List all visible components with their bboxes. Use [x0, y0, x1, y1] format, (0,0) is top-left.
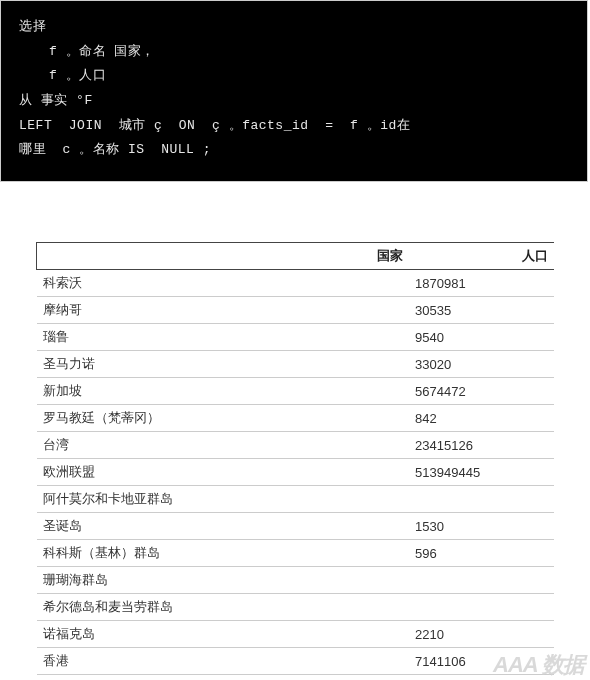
cell-country: 阿什莫尔和卡地亚群岛	[37, 486, 410, 513]
sql-code-block: 选择f 。命名 国家，f 。人口从 事实 °FLEFT JOIN 城市 ç ON…	[1, 1, 587, 181]
code-line: f 。命名 国家，	[19, 40, 569, 65]
result-table-area: 国家 人口 科索沃1870981摩纳哥30535瑙鲁9540圣马力诺33020新…	[0, 182, 590, 680]
cell-country: 珊瑚海群岛	[37, 567, 410, 594]
cell-population: 30535	[409, 297, 554, 324]
table-row: 珊瑚海群岛	[37, 567, 555, 594]
table-row: 希尔德岛和麦当劳群岛	[37, 594, 555, 621]
col-country: 国家	[37, 243, 410, 270]
table-row: 阿什莫尔和卡地亚群岛	[37, 486, 555, 513]
cell-country: 欧洲联盟	[37, 459, 410, 486]
table-row: 香港7141106	[37, 648, 555, 675]
cell-population: 5674472	[409, 378, 554, 405]
col-population: 人口	[409, 243, 554, 270]
cell-population: 513949445	[409, 459, 554, 486]
cell-population: 33020	[409, 351, 554, 378]
table-row: 摩纳哥30535	[37, 297, 555, 324]
table-row: 科科斯（基林）群岛596	[37, 540, 555, 567]
table-row: 澳门592731	[37, 675, 555, 680]
cell-population: 1870981	[409, 270, 554, 297]
code-line: 哪里 c 。名称 IS NULL ;	[19, 138, 569, 163]
code-line: LEFT JOIN 城市 ç ON ç 。facts_id = f 。id在	[19, 114, 569, 139]
table-row: 圣诞岛1530	[37, 513, 555, 540]
code-line: f 。人口	[19, 64, 569, 89]
code-line: 从 事实 °F	[19, 89, 569, 114]
cell-country: 澳门	[37, 675, 410, 680]
cell-country: 科科斯（基林）群岛	[37, 540, 410, 567]
cell-country: 摩纳哥	[37, 297, 410, 324]
code-line: 选择	[19, 15, 569, 40]
cell-country: 科索沃	[37, 270, 410, 297]
cell-population: 842	[409, 405, 554, 432]
cell-country: 瑙鲁	[37, 324, 410, 351]
table-row: 圣马力诺33020	[37, 351, 555, 378]
watermark: AAA 数据	[493, 650, 584, 680]
table-row: 科索沃1870981	[37, 270, 555, 297]
cell-country: 新加坡	[37, 378, 410, 405]
cell-population: 1530	[409, 513, 554, 540]
cell-country: 台湾	[37, 432, 410, 459]
cell-population: 23415126	[409, 432, 554, 459]
table-row: 诺福克岛2210	[37, 621, 555, 648]
cell-country: 希尔德岛和麦当劳群岛	[37, 594, 410, 621]
cell-country: 圣诞岛	[37, 513, 410, 540]
table-row: 瑙鲁9540	[37, 324, 555, 351]
table-row: 台湾23415126	[37, 432, 555, 459]
cell-country: 圣马力诺	[37, 351, 410, 378]
table-body: 科索沃1870981摩纳哥30535瑙鲁9540圣马力诺33020新加坡5674…	[37, 270, 555, 680]
table-row: 新加坡5674472	[37, 378, 555, 405]
table-row: 欧洲联盟513949445	[37, 459, 555, 486]
table-row: 罗马教廷（梵蒂冈）842	[37, 405, 555, 432]
cell-population: 2210	[409, 621, 554, 648]
cell-population	[409, 567, 554, 594]
result-table: 国家 人口 科索沃1870981摩纳哥30535瑙鲁9540圣马力诺33020新…	[36, 242, 554, 680]
cell-population: 596	[409, 540, 554, 567]
cell-population	[409, 594, 554, 621]
cell-population: 9540	[409, 324, 554, 351]
cell-country: 罗马教廷（梵蒂冈）	[37, 405, 410, 432]
cell-population	[409, 486, 554, 513]
cell-country: 香港	[37, 648, 410, 675]
cell-country: 诺福克岛	[37, 621, 410, 648]
